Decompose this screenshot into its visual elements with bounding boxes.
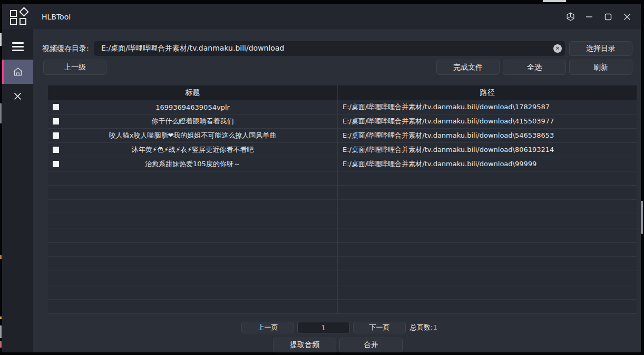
- table-empty-row: [48, 186, 637, 200]
- file-table: 标题 路径 16993694639054vplrE:/桌面/哔哩哔哩合并素材/t…: [48, 85, 637, 314]
- row-checkbox[interactable]: [53, 118, 59, 124]
- path-cell: [337, 186, 637, 199]
- path-cell: [337, 243, 637, 256]
- table-empty-row: [48, 257, 637, 271]
- page-number-input[interactable]: [297, 322, 350, 333]
- close-button[interactable]: [620, 9, 635, 24]
- path-cell: [337, 214, 637, 228]
- row-checkbox[interactable]: [53, 147, 59, 153]
- row-checkbox[interactable]: [53, 132, 59, 139]
- table-row[interactable]: 咬人猫x咬人喵胭脂❤我的姐姐不可能这么撩人国风单曲E:/桌面/哔哩哔哩合并素材/…: [48, 129, 637, 143]
- sidebar: [2, 29, 33, 352]
- title-cell: [48, 257, 337, 271]
- cache-dir-input[interactable]: [94, 41, 565, 56]
- title-cell: [48, 228, 337, 242]
- title-cell: [48, 171, 337, 185]
- titlebar: HLBTool: [2, 4, 641, 29]
- path-cell: E:/桌面/哔哩哔哩合并素材/tv.danmaku.bili/download\…: [337, 100, 637, 114]
- choose-dir-button[interactable]: 选择目录: [569, 41, 632, 56]
- path-cell: [337, 271, 637, 285]
- table-row[interactable]: 16993694639054vplrE:/桌面/哔哩哔哩合并素材/tv.danm…: [48, 100, 637, 114]
- row-title: 16993694639054vplr: [155, 103, 230, 111]
- path-cell: [337, 200, 637, 214]
- screen: { "window": { "app_title": "HLBTool" }, …: [0, 0, 644, 355]
- background-window-artifact: [0, 33, 2, 46]
- title-cell: [48, 285, 337, 299]
- title-cell: 咬人猫x咬人喵胭脂❤我的姐姐不可能这么撩人国风单曲: [48, 129, 337, 142]
- sidebar-item-close[interactable]: [2, 85, 33, 107]
- cache-dir-label: 视频缓存目录:: [42, 41, 89, 56]
- table-empty-row: [48, 300, 637, 314]
- window-controls: [563, 9, 635, 24]
- title-cell: 沐年黄⚡色⚡战⚡衣⚡竖屏更近你看不看吧: [48, 143, 337, 157]
- close-x-icon: [14, 92, 22, 100]
- background-window-artifact: [0, 325, 2, 338]
- prev-page-button[interactable]: 上一页: [241, 322, 294, 333]
- path-cell: [337, 285, 637, 299]
- path-cell: E:/桌面/哔哩哔哩合并素材/tv.danmaku.bili/download\…: [337, 143, 637, 157]
- home-icon: [12, 66, 24, 78]
- maximize-button[interactable]: [601, 9, 616, 24]
- path-cell: [337, 171, 637, 185]
- title-cell: 治愈系甜妹热爱105度的你呀～: [48, 157, 337, 171]
- theme-icon[interactable]: [563, 9, 578, 24]
- select-all-button[interactable]: 全选: [503, 60, 566, 75]
- total-pages-label: 总页数:: [410, 323, 433, 331]
- done-files-button[interactable]: 完成文件: [436, 60, 500, 75]
- title-cell: [48, 271, 337, 285]
- table-empty-row: [48, 171, 637, 186]
- row-checkbox[interactable]: [53, 104, 59, 110]
- path-cell: [337, 300, 637, 313]
- title-cell: 16993694639054vplr: [48, 100, 337, 114]
- path-cell: E:/桌面/哔哩哔哩合并素材/tv.danmaku.bili/download\…: [337, 157, 637, 171]
- hamburger-menu-button[interactable]: [2, 35, 33, 57]
- background-window-artifact: [0, 316, 2, 319]
- table-empty-row: [48, 214, 637, 228]
- table-body: 16993694639054vplrE:/桌面/哔哩哔哩合并素材/tv.danm…: [48, 100, 637, 314]
- total-pages-value: 1: [433, 323, 437, 331]
- table-row[interactable]: 沐年黄⚡色⚡战⚡衣⚡竖屏更近你看不看吧E:/桌面/哔哩哔哩合并素材/tv.dan…: [48, 143, 637, 157]
- table-empty-row: [48, 228, 637, 243]
- background-window-artifact: [0, 255, 2, 259]
- next-page-button[interactable]: 下一页: [353, 322, 406, 333]
- path-cell: E:/桌面/哔哩哔哩合并素材/tv.danmaku.bili/download\…: [337, 114, 637, 128]
- title-cell: [48, 186, 337, 199]
- app-logo-icon: [10, 8, 28, 25]
- path-cell: [337, 257, 637, 271]
- column-header-path[interactable]: 路径: [337, 85, 637, 100]
- background-window-artifact: [543, 0, 566, 2]
- row-title: 你干什么瞪着眼睛看着我们: [152, 117, 234, 126]
- title-cell: [48, 200, 337, 214]
- hamburger-icon: [12, 40, 24, 53]
- title-cell: [48, 243, 337, 256]
- title-cell: [48, 214, 337, 228]
- table-row[interactable]: 治愈系甜妹热爱105度的你呀～E:/桌面/哔哩哔哩合并素材/tv.danmaku…: [48, 157, 637, 171]
- table-row[interactable]: 你干什么瞪着眼睛看着我们E:/桌面/哔哩哔哩合并素材/tv.danmaku.bi…: [48, 114, 637, 129]
- row-checkbox[interactable]: [53, 161, 59, 167]
- minimize-button[interactable]: [582, 9, 597, 24]
- app-window: HLBTool: [2, 4, 641, 352]
- total-pages: 总页数:1: [410, 322, 437, 333]
- extract-audio-button[interactable]: 提取音频: [273, 338, 336, 352]
- table-empty-row: [48, 200, 637, 214]
- background-window-artifact: [0, 341, 2, 348]
- path-cell: [337, 228, 637, 242]
- table-header: 标题 路径: [48, 85, 637, 100]
- clear-input-icon[interactable]: ✕: [553, 44, 562, 53]
- title-cell: [48, 300, 337, 313]
- path-cell: E:/桌面/哔哩哔哩合并素材/tv.danmaku.bili/download\…: [337, 129, 637, 142]
- sidebar-item-home[interactable]: [2, 60, 33, 84]
- merge-button[interactable]: 合并: [339, 338, 403, 352]
- selected-accent-bar: [2, 60, 4, 84]
- up-level-button[interactable]: 上一级: [43, 60, 106, 75]
- app-title: HLBTool: [42, 13, 71, 21]
- row-title: 咬人猫x咬人喵胭脂❤我的姐姐不可能这么撩人国风单曲: [109, 131, 277, 140]
- table-empty-row: [48, 285, 637, 300]
- background-window-artifact: [0, 103, 2, 123]
- title-cell: 你干什么瞪着眼睛看着我们: [48, 114, 337, 128]
- column-header-title[interactable]: 标题: [48, 85, 337, 100]
- refresh-button[interactable]: 刷新: [569, 60, 632, 75]
- row-title: 沐年黄⚡色⚡战⚡衣⚡竖屏更近你看不看吧: [132, 145, 254, 155]
- table-empty-row: [48, 243, 637, 257]
- table-empty-row: [48, 271, 637, 285]
